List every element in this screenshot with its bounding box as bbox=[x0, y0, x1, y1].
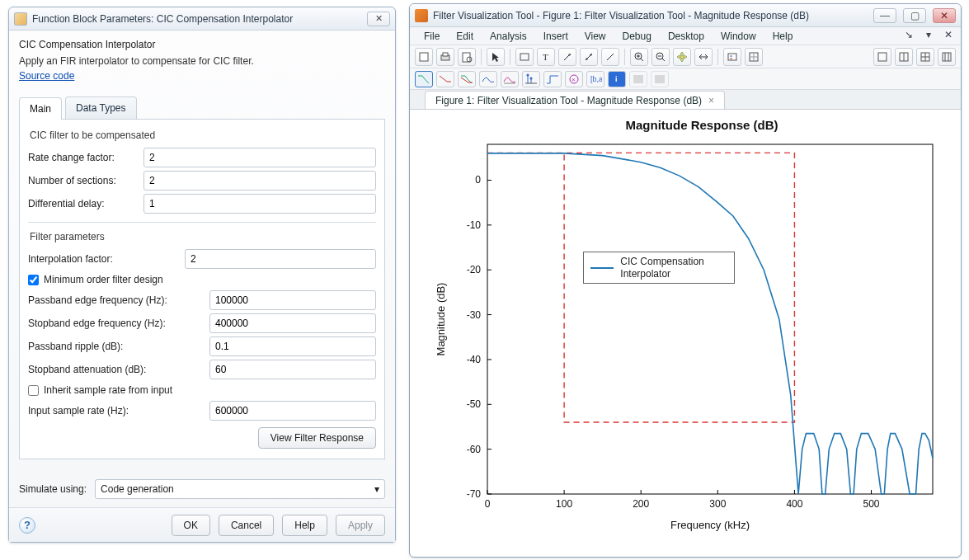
svg-text:-70: -70 bbox=[467, 488, 482, 500]
new-figure-icon[interactable] bbox=[415, 48, 433, 66]
diff-delay-input[interactable] bbox=[143, 194, 376, 214]
svg-rect-30 bbox=[943, 53, 951, 61]
svg-rect-24 bbox=[878, 53, 887, 61]
menu-debug[interactable]: Debug bbox=[615, 29, 659, 44]
menu-insert[interactable]: Insert bbox=[536, 29, 576, 44]
menu-file[interactable]: File bbox=[416, 29, 447, 44]
pan-icon[interactable] bbox=[673, 48, 691, 66]
svg-text:-10: -10 bbox=[467, 219, 482, 231]
dock-close-icon[interactable]: ✕ bbox=[941, 29, 956, 40]
zoom-in-icon[interactable] bbox=[630, 48, 648, 66]
figure-titlebar[interactable]: Filter Visualization Tool - Figure 1: Fi… bbox=[410, 4, 961, 27]
polezero-icon[interactable]: × bbox=[565, 71, 583, 87]
print-icon[interactable] bbox=[436, 48, 454, 66]
rate-change-input[interactable] bbox=[143, 148, 376, 167]
min-order-checkbox[interactable] bbox=[28, 275, 39, 285]
dialog-close-button[interactable]: ✕ bbox=[367, 12, 390, 26]
layout-1x2-icon[interactable] bbox=[895, 48, 913, 66]
menu-window[interactable]: Window bbox=[713, 29, 764, 44]
group-delay-icon[interactable] bbox=[479, 71, 497, 87]
apply-button[interactable]: Apply bbox=[336, 515, 385, 536]
svg-text:500: 500 bbox=[863, 498, 880, 510]
layout-custom-icon[interactable] bbox=[938, 48, 956, 66]
minimize-button[interactable]: — bbox=[873, 8, 896, 23]
source-code-link[interactable]: Source code bbox=[19, 70, 74, 82]
stopband-atten-input[interactable] bbox=[209, 360, 376, 379]
grid-toggle-icon[interactable] bbox=[745, 48, 763, 66]
figure-doc-tab[interactable]: Figure 1: Filter Visualization Tool - Ma… bbox=[425, 91, 725, 109]
magnitude-response-icon[interactable] bbox=[415, 71, 433, 87]
interp-factor-input[interactable] bbox=[185, 249, 376, 269]
svg-line-9 bbox=[607, 54, 614, 60]
figure-menubar: File Edit Analysis Insert View Debug Des… bbox=[410, 27, 961, 45]
svg-text:Magnitude Response (dB): Magnitude Response (dB) bbox=[625, 118, 778, 132]
close-button[interactable]: ✕ bbox=[933, 8, 956, 23]
annotate-line-icon[interactable] bbox=[601, 48, 619, 66]
min-order-label: Minimum order filter design bbox=[44, 274, 163, 285]
svg-text:-20: -20 bbox=[467, 264, 482, 275]
svg-text:[b,a]: [b,a] bbox=[590, 75, 602, 83]
fvtool-window: Filter Visualization Tool - Figure 1: Fi… bbox=[409, 3, 962, 558]
num-sections-input[interactable] bbox=[143, 171, 376, 191]
layout-2x2-icon[interactable] bbox=[916, 48, 934, 66]
sample-rate-input[interactable] bbox=[209, 401, 376, 421]
menu-view[interactable]: View bbox=[577, 29, 614, 44]
magnitude-estimate-icon[interactable] bbox=[651, 71, 669, 87]
ok-button[interactable]: OK bbox=[172, 515, 210, 536]
menu-analysis[interactable]: Analysis bbox=[482, 29, 534, 44]
svg-rect-45 bbox=[655, 75, 665, 83]
figure-doc-tab-label: Figure 1: Filter Visualization Tool - Ma… bbox=[435, 95, 702, 106]
legend-toggle-icon[interactable] bbox=[723, 48, 741, 66]
plot-legend[interactable]: CIC Compensation Interpolator bbox=[583, 252, 735, 284]
inherit-rate-label: Inherit sample rate from input bbox=[44, 384, 172, 396]
cancel-button[interactable]: Cancel bbox=[219, 515, 274, 536]
help-button[interactable]: Help bbox=[282, 515, 327, 536]
tab-main[interactable]: Main bbox=[19, 97, 62, 120]
context-help-icon[interactable]: ? bbox=[19, 517, 35, 534]
filter-info-icon[interactable]: i bbox=[608, 71, 626, 87]
zoom-out-icon[interactable] bbox=[651, 48, 670, 66]
print-preview-icon[interactable] bbox=[458, 48, 476, 66]
layout-1x1-icon[interactable] bbox=[873, 48, 891, 66]
mag-phase-icon[interactable] bbox=[458, 71, 476, 87]
round-off-noise-icon[interactable] bbox=[629, 71, 647, 87]
maximize-button[interactable]: ▢ bbox=[903, 8, 926, 23]
phase-response-icon[interactable] bbox=[436, 71, 454, 87]
step-response-icon[interactable] bbox=[543, 71, 562, 87]
svg-line-15 bbox=[662, 59, 665, 61]
tab-data-types[interactable]: Data Types bbox=[65, 96, 136, 119]
dialog-titlebar[interactable]: Function Block Parameters: CIC Compensat… bbox=[9, 7, 395, 31]
simulate-using-label: Simulate using: bbox=[19, 483, 87, 495]
impulse-response-icon[interactable] bbox=[522, 71, 540, 87]
passband-ripple-input[interactable] bbox=[209, 336, 376, 356]
svg-line-11 bbox=[641, 59, 643, 61]
svg-text:Magnitude (dB): Magnitude (dB) bbox=[435, 283, 447, 356]
annotate-rect-icon[interactable] bbox=[515, 48, 534, 66]
stopband-edge-label: Stopband edge frequency (Hz): bbox=[28, 318, 209, 329]
figure-title: Filter Visualization Tool - Figure 1: Fi… bbox=[433, 10, 867, 21]
block-parameters-dialog: Function Block Parameters: CIC Compensat… bbox=[8, 7, 396, 543]
passband-edge-input[interactable] bbox=[209, 290, 376, 310]
zoom-x-icon[interactable] bbox=[694, 48, 713, 66]
annotate-arrow-icon[interactable] bbox=[558, 48, 576, 66]
simulate-using-dropdown[interactable]: Code generation ▾ bbox=[95, 479, 385, 499]
view-filter-response-button[interactable]: View Filter Response bbox=[258, 427, 376, 449]
coefficients-icon[interactable]: [b,a] bbox=[586, 71, 604, 87]
passband-ripple-label: Passband ripple (dB): bbox=[28, 341, 209, 352]
phase-delay-icon[interactable] bbox=[501, 71, 519, 87]
rate-change-label: Rate change factor: bbox=[28, 152, 143, 163]
stopband-edge-input[interactable] bbox=[209, 313, 376, 333]
menu-desktop[interactable]: Desktop bbox=[661, 29, 712, 44]
pointer-icon[interactable] bbox=[487, 48, 505, 66]
fvtool-toolbar: × [b,a] i bbox=[410, 68, 961, 90]
dock-menu-icon[interactable]: ▾ bbox=[921, 29, 936, 40]
menu-edit[interactable]: Edit bbox=[449, 29, 481, 44]
inherit-rate-checkbox[interactable] bbox=[28, 385, 39, 396]
svg-point-38 bbox=[530, 77, 533, 79]
svg-rect-2 bbox=[443, 53, 448, 56]
annotate-text-icon[interactable]: T bbox=[537, 48, 555, 66]
menu-help[interactable]: Help bbox=[765, 29, 801, 44]
figure-doc-tab-close-icon[interactable]: × bbox=[708, 95, 714, 106]
dock-undock-icon[interactable]: ↘ bbox=[901, 29, 916, 40]
annotate-double-arrow-icon[interactable] bbox=[580, 48, 598, 66]
